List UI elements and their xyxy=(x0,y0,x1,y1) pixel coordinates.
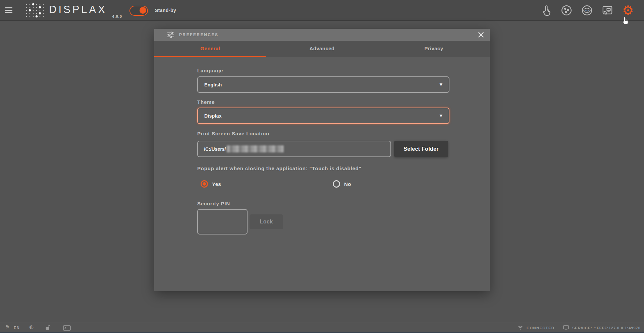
security-pin-label: Security PIN xyxy=(197,201,230,206)
security-pin-input[interactable] xyxy=(197,209,248,235)
popup-alert-radio-yes-label[interactable]: Yes xyxy=(212,181,221,187)
mouse-cursor-hand-icon xyxy=(621,16,629,25)
chevron-down-icon: ▼ xyxy=(440,82,442,87)
popup-alert-radio-no[interactable] xyxy=(333,180,340,188)
touch-icon[interactable] xyxy=(539,4,553,17)
popup-alert-radio-yes[interactable] xyxy=(201,180,208,188)
standby-label: Stand-by xyxy=(155,8,176,13)
service-address: SERVICE: ::FFFF:127.0.0.1:49970 xyxy=(572,326,641,330)
language-select[interactable]: English ▼ xyxy=(197,76,449,93)
topbar-icon-group: TUI ⚙ xyxy=(539,4,635,17)
popup-alert-label: Popup alert when closing the application… xyxy=(197,165,361,171)
screen-cast-icon[interactable] xyxy=(601,4,614,17)
service-monitor-icon xyxy=(563,325,569,330)
status-bar: ⚑ EN ◐ CONNECTED SERVICE: ::FFFF:127.0.0… xyxy=(0,322,644,333)
locale-label: EN xyxy=(14,326,20,330)
preferences-dialog: PREFERENCES General Advanced Privacy Lan… xyxy=(154,29,490,291)
terminal-icon[interactable] xyxy=(63,325,71,331)
redacted-path-blur xyxy=(227,145,284,152)
print-screen-path-input[interactable]: /C:/Users/ xyxy=(197,141,391,157)
contrast-icon[interactable]: ◐ xyxy=(29,325,34,330)
dialog-title: PREFERENCES xyxy=(179,32,219,37)
dialog-tabbar: General Advanced Privacy xyxy=(154,41,490,57)
language-label: Language xyxy=(197,68,223,73)
chevron-down-icon: ▼ xyxy=(440,114,442,118)
settings-gear-icon[interactable]: ⚙ xyxy=(621,4,635,17)
toggle-knob xyxy=(140,7,146,14)
svg-text:TUI: TUI xyxy=(585,9,589,12)
wifi-icon xyxy=(517,325,524,330)
app-version: 4.0.0 xyxy=(49,14,122,18)
top-bar: DISPLAX 4.0.0 Stand-by TUI xyxy=(0,0,644,21)
theme-select[interactable]: Displax ▼ xyxy=(197,108,449,124)
gear-glyph: ⚙ xyxy=(622,4,634,17)
popup-alert-radio-no-label[interactable]: No xyxy=(344,181,351,187)
print-screen-location-label: Print Screen Save Location xyxy=(197,131,269,136)
language-flag-icon[interactable]: ⚑ xyxy=(5,325,9,330)
dialog-header: PREFERENCES xyxy=(154,29,490,41)
menu-hamburger-icon[interactable] xyxy=(5,7,13,13)
theme-label: Theme xyxy=(197,99,215,105)
preferences-sliders-icon xyxy=(167,31,174,38)
connections-icon[interactable] xyxy=(560,4,573,17)
tab-advanced[interactable]: Advanced xyxy=(266,41,378,57)
select-folder-button[interactable]: Select Folder xyxy=(394,141,448,157)
standby-toggle[interactable] xyxy=(129,6,148,16)
language-select-value: English xyxy=(204,82,222,87)
app-wordmark: DISPLAX xyxy=(49,4,107,16)
lock-button[interactable]: Lock xyxy=(250,214,283,229)
displax-logo-dots-icon xyxy=(25,3,45,18)
tab-privacy[interactable]: Privacy xyxy=(378,41,490,57)
connection-status: CONNECTED xyxy=(527,326,554,330)
print-screen-path-value: /C:/Users/ xyxy=(204,146,226,152)
tab-general[interactable]: General xyxy=(154,41,266,57)
close-icon[interactable] xyxy=(477,30,485,39)
tui-icon[interactable]: TUI xyxy=(580,4,594,17)
theme-select-value: Displax xyxy=(204,113,222,119)
unlock-icon[interactable] xyxy=(45,325,51,330)
